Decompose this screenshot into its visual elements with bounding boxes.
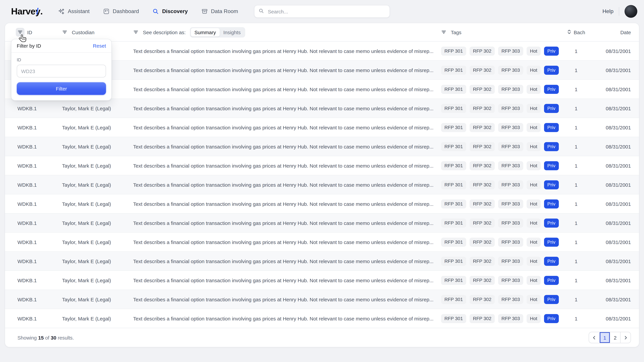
- tag-rfp-303[interactable]: RFP 303: [498, 257, 523, 266]
- help-link[interactable]: Help: [602, 8, 614, 14]
- tag-rfp-301[interactable]: RFP 301: [441, 180, 466, 189]
- tag-rfp-303[interactable]: RFP 303: [498, 180, 523, 189]
- id-filter-button[interactable]: [16, 28, 24, 36]
- table-row[interactable]: WDKB.1 Taylor, Mark E (Legal) Text descr…: [5, 98, 639, 118]
- custodian-filter-button[interactable]: [60, 28, 69, 36]
- tag-rfp-301[interactable]: RFP 301: [441, 199, 466, 208]
- tag-priv[interactable]: Priv: [544, 46, 559, 55]
- tag-rfp-301[interactable]: RFP 301: [441, 161, 466, 170]
- tag-rfp-303[interactable]: RFP 303: [498, 85, 523, 94]
- table-row[interactable]: WDKB.1 Taylor, Mark E (Legal) Text descr…: [5, 271, 639, 290]
- pagination-page-1[interactable]: 1: [600, 332, 610, 343]
- nav-item-discovery[interactable]: Discovery: [152, 8, 188, 15]
- view-option-summary[interactable]: Summary: [191, 28, 220, 36]
- tag-rfp-303[interactable]: RFP 303: [498, 65, 523, 75]
- tags-filter-button[interactable]: [440, 28, 448, 36]
- table-row[interactable]: WDKB.1 Taylor, Mark E (Legal) Text descr…: [5, 137, 639, 156]
- tag-rfp-302[interactable]: RFP 302: [470, 295, 495, 304]
- tag-rfp-302[interactable]: RFP 302: [470, 46, 495, 55]
- tag-priv[interactable]: Priv: [544, 123, 559, 132]
- tag-rfp-302[interactable]: RFP 302: [470, 199, 495, 208]
- tag-rfp-303[interactable]: RFP 303: [498, 123, 523, 132]
- tag-rfp-302[interactable]: RFP 302: [470, 123, 495, 132]
- tag-rfp-302[interactable]: RFP 302: [470, 180, 495, 189]
- tag-hot[interactable]: Hot: [526, 123, 541, 132]
- tag-priv[interactable]: Priv: [544, 257, 559, 266]
- table-row[interactable]: WDKB.1 Taylor, Mark E (Legal) Text descr…: [5, 213, 639, 232]
- tag-rfp-301[interactable]: RFP 301: [441, 123, 466, 132]
- table-row[interactable]: WDKB.1 Taylor, Mark E (Legal) Text descr…: [5, 156, 639, 175]
- id-filter-input[interactable]: [17, 65, 106, 77]
- tag-hot[interactable]: Hot: [526, 85, 541, 94]
- table-row[interactable]: WDKB.1 Taylor, Mark E (Legal) Text descr…: [5, 251, 639, 271]
- tag-priv[interactable]: Priv: [544, 276, 559, 285]
- tag-hot[interactable]: Hot: [526, 199, 541, 208]
- tag-priv[interactable]: Priv: [544, 104, 559, 113]
- tag-hot[interactable]: Hot: [526, 65, 541, 75]
- tag-priv[interactable]: Priv: [544, 161, 559, 170]
- tag-rfp-302[interactable]: RFP 302: [470, 257, 495, 266]
- tag-hot[interactable]: Hot: [526, 257, 541, 266]
- table-row[interactable]: WDKB.1 Taylor, Mark E (Legal) Text descr…: [5, 175, 639, 194]
- tag-hot[interactable]: Hot: [526, 46, 541, 55]
- tag-hot[interactable]: Hot: [526, 180, 541, 189]
- search-input[interactable]: [267, 8, 386, 14]
- tag-rfp-301[interactable]: RFP 301: [441, 46, 466, 55]
- nav-item-data-room[interactable]: Data Room: [201, 8, 238, 15]
- tag-rfp-303[interactable]: RFP 303: [498, 314, 523, 323]
- tag-priv[interactable]: Priv: [544, 65, 559, 75]
- tag-priv[interactable]: Priv: [544, 142, 559, 151]
- tag-rfp-302[interactable]: RFP 302: [470, 314, 495, 323]
- table-row[interactable]: WDKB.1 Taylor, Mark E (Legal) Text descr…: [5, 118, 639, 137]
- tag-hot[interactable]: Hot: [526, 104, 541, 113]
- tag-rfp-302[interactable]: RFP 302: [470, 142, 495, 151]
- nav-item-dashboard[interactable]: Dashboard: [103, 8, 139, 15]
- harvey-logo[interactable]: Harvey/.: [11, 6, 42, 16]
- tag-rfp-303[interactable]: RFP 303: [498, 218, 523, 227]
- tag-priv[interactable]: Priv: [544, 218, 559, 227]
- tag-rfp-301[interactable]: RFP 301: [441, 257, 466, 266]
- tag-priv[interactable]: Priv: [544, 238, 559, 247]
- tag-hot[interactable]: Hot: [526, 314, 541, 323]
- pagination-next-button[interactable]: [620, 332, 630, 343]
- tag-rfp-303[interactable]: RFP 303: [498, 142, 523, 151]
- global-search[interactable]: [254, 5, 390, 18]
- tag-rfp-303[interactable]: RFP 303: [498, 104, 523, 113]
- table-row[interactable]: WDKB.1 Taylor, Mark E (Legal) Text descr…: [5, 290, 639, 309]
- tag-hot[interactable]: Hot: [526, 142, 541, 151]
- tag-rfp-303[interactable]: RFP 303: [498, 295, 523, 304]
- nav-item-assistant[interactable]: Assistant: [58, 8, 90, 15]
- tag-rfp-302[interactable]: RFP 302: [470, 85, 495, 94]
- tag-rfp-303[interactable]: RFP 303: [498, 46, 523, 55]
- tag-rfp-303[interactable]: RFP 303: [498, 238, 523, 247]
- view-option-insights[interactable]: Insights: [220, 28, 244, 36]
- tag-hot[interactable]: Hot: [526, 218, 541, 227]
- sort-icon[interactable]: [567, 29, 572, 35]
- tag-rfp-302[interactable]: RFP 302: [470, 218, 495, 227]
- tag-priv[interactable]: Priv: [544, 85, 559, 94]
- tag-rfp-302[interactable]: RFP 302: [470, 161, 495, 170]
- tag-rfp-302[interactable]: RFP 302: [470, 104, 495, 113]
- reset-link[interactable]: Reset: [93, 43, 106, 49]
- tag-rfp-303[interactable]: RFP 303: [498, 199, 523, 208]
- tag-rfp-303[interactable]: RFP 303: [498, 276, 523, 285]
- tag-hot[interactable]: Hot: [526, 295, 541, 304]
- tag-priv[interactable]: Priv: [544, 295, 559, 304]
- tag-rfp-301[interactable]: RFP 301: [441, 104, 466, 113]
- tag-priv[interactable]: Priv: [544, 199, 559, 208]
- description-filter-button[interactable]: [132, 28, 140, 36]
- tag-rfp-302[interactable]: RFP 302: [470, 238, 495, 247]
- tag-rfp-301[interactable]: RFP 301: [441, 238, 466, 247]
- tag-hot[interactable]: Hot: [526, 161, 541, 170]
- tag-priv[interactable]: Priv: [544, 180, 559, 189]
- tag-rfp-302[interactable]: RFP 302: [470, 65, 495, 75]
- user-avatar[interactable]: [624, 5, 637, 18]
- filter-submit-button[interactable]: Filter: [17, 82, 106, 95]
- table-row[interactable]: WDKB.1 Taylor, Mark E (Legal) Text descr…: [5, 309, 639, 328]
- tag-rfp-301[interactable]: RFP 301: [441, 295, 466, 304]
- tag-rfp-301[interactable]: RFP 301: [441, 276, 466, 285]
- pagination-prev-button[interactable]: [589, 332, 600, 343]
- tag-rfp-301[interactable]: RFP 301: [441, 65, 466, 75]
- tag-rfp-301[interactable]: RFP 301: [441, 218, 466, 227]
- table-row[interactable]: WDKB.1 Taylor, Mark E (Legal) Text descr…: [5, 232, 639, 251]
